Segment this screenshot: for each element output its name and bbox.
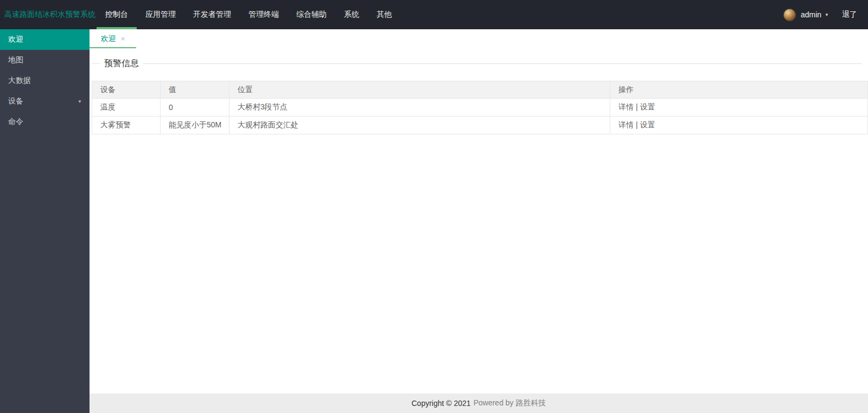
sidebar-item-label: 命令 (8, 117, 23, 127)
powered-by-text: Powered by 路胜科技 (474, 398, 546, 408)
detail-link[interactable]: 详情 (618, 102, 634, 111)
cell-device: 温度 (92, 99, 161, 117)
chevron-down-icon[interactable]: ▼ (825, 12, 829, 17)
user-area: admin ▼ 退了 (783, 0, 868, 29)
tab-bar: 欢迎 × (90, 29, 868, 48)
tab-welcome[interactable]: 欢迎 × (90, 29, 136, 48)
sidebar-item-welcome[interactable]: 欢迎 (0, 29, 90, 50)
cell-location: 大观村路面交汇处 (229, 117, 610, 134)
logout-link[interactable]: 退了 (842, 10, 857, 20)
top-navbar: 高速路面结冰积水预警系统 控制台 应用管理 开发者管理 管理终端 综合辅助 系统… (0, 0, 868, 29)
page-title: 预警信息 (100, 58, 143, 69)
cell-actions: 详情|设置 (610, 99, 868, 117)
sidebar-item-map[interactable]: 地图 (0, 50, 90, 70)
nav-item-terminal-management[interactable]: 管理终端 (240, 0, 288, 29)
table-row: 大雾预警 能见度小于50M 大观村路面交汇处 详情|设置 (92, 117, 868, 134)
cell-actions: 详情|设置 (610, 117, 868, 134)
col-header-location: 位置 (229, 81, 610, 99)
table-row: 温度 0 大桥村3段节点 详情|设置 (92, 99, 868, 117)
nav-item-other[interactable]: 其他 (368, 0, 400, 29)
table-header-row: 设备 值 位置 操作 (92, 81, 868, 99)
col-header-device: 设备 (92, 81, 161, 99)
sidebar-item-label: 大数据 (8, 76, 31, 86)
nav-item-auxiliary[interactable]: 综合辅助 (288, 0, 335, 29)
main-nav: 控制台 应用管理 开发者管理 管理终端 综合辅助 系统 其他 (97, 0, 400, 29)
cell-value: 能见度小于50M (161, 117, 229, 134)
user-name[interactable]: admin (801, 10, 821, 19)
sidebar-item-device[interactable]: 设备 ▼ (0, 91, 90, 112)
cell-location: 大桥村3段节点 (229, 99, 610, 117)
cell-value: 0 (161, 99, 229, 117)
action-separator: | (636, 102, 638, 111)
cell-device: 大雾预警 (92, 117, 161, 134)
warning-table: 设备 值 位置 操作 温度 0 大桥村3段节点 详情|设置 (92, 81, 868, 134)
page-footer: Copyright © 2021 Powered by 路胜科技 (90, 393, 868, 413)
sidebar-item-label: 欢迎 (8, 35, 23, 44)
settings-link[interactable]: 设置 (640, 120, 655, 129)
chevron-down-icon: ▼ (78, 99, 82, 104)
content-area: 欢迎 × 预警信息 设备 值 位置 操作 (90, 29, 868, 413)
divider (92, 63, 100, 64)
page-layout: 欢迎 地图 大数据 设备 ▼ 命令 欢迎 × (0, 29, 868, 413)
nav-item-system[interactable]: 系统 (335, 0, 368, 29)
nav-item-console[interactable]: 控制台 (97, 0, 137, 29)
sidebar-item-command[interactable]: 命令 (0, 112, 90, 132)
tab-label: 欢迎 (101, 34, 116, 44)
section-header: 预警信息 (92, 58, 861, 69)
sidebar-item-label: 设备 (8, 96, 23, 106)
user-avatar[interactable] (783, 9, 796, 21)
copyright-text: Copyright © 2021 (412, 399, 471, 408)
detail-link[interactable]: 详情 (618, 120, 634, 129)
close-icon[interactable]: × (121, 35, 125, 43)
col-header-actions: 操作 (610, 81, 868, 99)
settings-link[interactable]: 设置 (640, 102, 655, 111)
sidebar-item-bigdata[interactable]: 大数据 (0, 70, 90, 91)
divider (143, 63, 861, 64)
action-separator: | (636, 120, 638, 129)
col-header-value: 值 (161, 81, 229, 99)
nav-item-app-management[interactable]: 应用管理 (137, 0, 184, 29)
nav-item-developer-management[interactable]: 开发者管理 (184, 0, 240, 29)
main-panel: 预警信息 设备 值 位置 操作 温度 (90, 48, 868, 393)
app-title: 高速路面结冰积水预警系统 (0, 0, 97, 29)
sidebar-item-label: 地图 (8, 55, 23, 65)
sidebar: 欢迎 地图 大数据 设备 ▼ 命令 (0, 29, 90, 413)
